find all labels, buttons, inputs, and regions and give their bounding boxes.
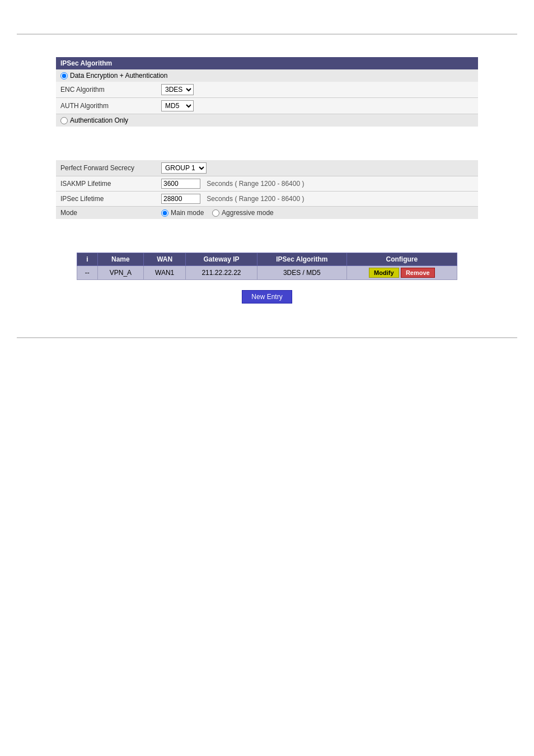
data-encryption-label: Data Encryption + Authentication	[70, 72, 167, 80]
bottom-border	[17, 337, 517, 338]
auth-algorithm-select[interactable]: MD5 SHA1	[161, 100, 194, 111]
auth-algorithm-label: AUTH Algorithm	[56, 98, 157, 114]
row-ipsec-algorithm: 3DES / MD5	[257, 266, 346, 280]
aggressive-mode-label: Aggressive mode	[222, 209, 274, 217]
row-gateway-ip: 211.22.22.22	[186, 266, 257, 280]
row-wan: WAN1	[144, 266, 186, 280]
col-header-wan: WAN	[144, 253, 186, 266]
row-i: --	[77, 266, 98, 280]
pfs-section: Perfect Forward Secrecy GROUP 1 GROUP 2 …	[56, 160, 478, 219]
row-configure: Modify Remove	[346, 266, 457, 280]
ipsec-lifetime-label: IPSec Lifetime	[56, 192, 157, 207]
col-header-i: i	[77, 253, 98, 266]
ipsec-algorithm-table: IPSec Algorithm Data Encryption + Authen…	[56, 57, 478, 127]
ipsec-lifetime-input[interactable]	[161, 194, 200, 204]
auth-only-radio[interactable]	[60, 117, 68, 124]
main-mode-radio[interactable]	[161, 209, 168, 217]
col-header-name: Name	[97, 253, 144, 266]
vpn-table-wrapper: i Name WAN Gateway IP IPSec Algorithm Co…	[56, 253, 478, 286]
row-name: VPN_A	[97, 266, 144, 280]
ipsec-algorithm-section: IPSec Algorithm Data Encryption + Authen…	[56, 57, 478, 127]
isakmp-lifetime-input[interactable]	[161, 179, 200, 189]
isakmp-range-text: Seconds ( Range 1200 - 86400 )	[207, 180, 304, 188]
new-entry-button[interactable]: New Entry	[242, 290, 292, 304]
table-row: -- VPN_A WAN1 211.22.22.22 3DES / MD5 Mo…	[77, 266, 457, 280]
isakmp-lifetime-label: ISAKMP Lifetime	[56, 176, 157, 192]
enc-algorithm-label: ENC Algorithm	[56, 82, 157, 98]
section-gap-1	[56, 143, 478, 160]
ipsec-algorithm-header: IPSec Algorithm	[56, 57, 478, 69]
pfs-select[interactable]: GROUP 1 GROUP 2 GROUP 5 None	[161, 162, 207, 174]
section-gap-2	[56, 236, 478, 253]
enc-algorithm-select[interactable]: 3DES AES DES	[161, 84, 194, 95]
col-header-configure: Configure	[346, 253, 457, 266]
vpn-list-table: i Name WAN Gateway IP IPSec Algorithm Co…	[77, 253, 457, 280]
main-mode-label: Main mode	[171, 209, 204, 217]
auth-only-label: Authentication Only	[70, 116, 128, 124]
data-encryption-radio[interactable]	[60, 72, 68, 80]
pfs-label: Perfect Forward Secrecy	[56, 160, 157, 176]
col-header-ipsec-algorithm: IPSec Algorithm	[257, 253, 346, 266]
ipsec-range-text: Seconds ( Range 1200 - 86400 )	[207, 195, 304, 203]
new-entry-wrapper: New Entry	[56, 290, 478, 304]
modify-button[interactable]: Modify	[369, 268, 399, 278]
aggressive-mode-radio[interactable]	[212, 209, 219, 217]
remove-button[interactable]: Remove	[401, 268, 435, 278]
pfs-table: Perfect Forward Secrecy GROUP 1 GROUP 2 …	[56, 160, 478, 219]
mode-label: Mode	[56, 207, 157, 220]
col-header-gateway-ip: Gateway IP	[186, 253, 257, 266]
